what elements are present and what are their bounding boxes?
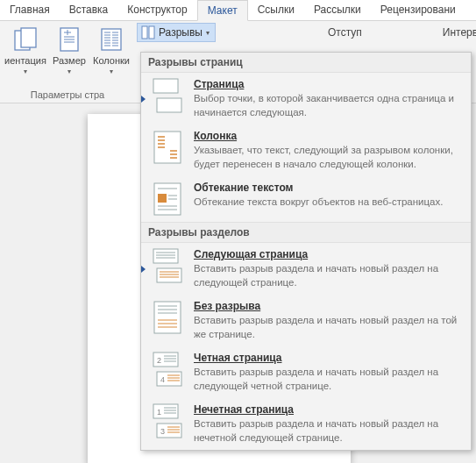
size-button[interactable]: Размер ▾ — [50, 23, 89, 75]
menu-item-column[interactable]: Колонка Указывает, что текст, следующий … — [141, 125, 471, 176]
tab-design[interactable]: Конструктор — [117, 0, 196, 20]
nextpage-break-icon — [150, 248, 185, 283]
ribbon-group-pagesetup: иентация ▾ Размер ▾ Колонки ▾ Параметры … — [0, 21, 135, 103]
oddpage-break-icon: 1 3 — [150, 403, 185, 438]
svg-rect-12 — [157, 268, 181, 282]
dropdown-arrow-icon: ▾ — [110, 68, 113, 75]
dropdown-arrow-icon: ▾ — [24, 68, 27, 75]
column-break-icon — [150, 130, 185, 165]
orientation-icon — [11, 25, 39, 53]
svg-text:4: 4 — [160, 375, 165, 384]
menu-item-desc: Вставить разрыв раздела и начать новый р… — [194, 262, 462, 289]
columns-label: Колонки — [93, 55, 130, 66]
svg-text:3: 3 — [160, 427, 165, 436]
menu-item-desc: Указывает, что текст, следующий за разры… — [194, 144, 462, 171]
menu-item-desc: Обтекание текста вокруг объектов на веб-… — [194, 196, 462, 210]
svg-rect-5 — [149, 26, 154, 39]
svg-rect-10 — [158, 194, 167, 203]
menu-item-page[interactable]: Страница Выбор точки, в которой заканчив… — [141, 73, 471, 125]
menu-item-desc: Вставить разрыв раздела и начать новый р… — [194, 366, 462, 393]
breaks-icon — [141, 25, 155, 39]
tab-insert[interactable]: Вставка — [60, 0, 118, 20]
columns-button[interactable]: Колонки ▾ — [90, 23, 132, 75]
menu-item-nextpage[interactable]: Следующая страница Вставить разрыв разде… — [141, 243, 471, 295]
ribbon-group-label: Параметры стра — [3, 88, 132, 103]
menu-item-title: Следующая страница — [194, 248, 462, 260]
tab-references[interactable]: Ссылки — [248, 0, 304, 20]
tab-mailings[interactable]: Рассылки — [304, 0, 371, 20]
menu-item-continuous[interactable]: Без разрыва Вставить разрыв раздела и на… — [141, 295, 471, 346]
svg-rect-6 — [153, 79, 178, 93]
menu-item-desc: Вставить разрыв раздела и начать новый р… — [194, 314, 462, 341]
breaks-button[interactable]: Разрывы ▾ — [137, 23, 216, 42]
dropdown-section-header: Разрывы страниц — [141, 53, 471, 73]
tab-layout[interactable]: Макет — [197, 0, 248, 21]
svg-text:1: 1 — [157, 408, 161, 417]
breaks-label: Разрывы — [159, 26, 202, 39]
menu-item-title: Обтекание текстом — [194, 182, 462, 194]
ribbon-tabs: Главная Вставка Конструктор Макет Ссылки… — [0, 0, 476, 21]
svg-rect-7 — [157, 98, 181, 112]
tab-home[interactable]: Главная — [0, 0, 60, 20]
current-marker-icon — [141, 266, 146, 273]
size-label: Размер — [53, 55, 86, 66]
menu-item-textwrap[interactable]: Обтекание текстом Обтекание текста вокру… — [141, 176, 471, 222]
textwrap-break-icon — [150, 182, 185, 217]
svg-rect-1 — [21, 28, 36, 47]
page-break-icon — [150, 78, 185, 113]
orientation-label: иентация — [4, 55, 46, 66]
columns-icon — [97, 25, 125, 53]
indent-label: Отступ — [328, 26, 362, 39]
menu-item-title: Нечетная страница — [194, 403, 462, 416]
svg-rect-11 — [153, 249, 178, 263]
orientation-button[interactable]: иентация ▾ — [3, 23, 48, 75]
spacing-label: Интервал — [443, 26, 476, 39]
evenpage-break-icon: 2 4 — [150, 352, 185, 387]
menu-item-oddpage[interactable]: 1 3 Нечетная страница Вставить разрыв ра… — [141, 398, 471, 450]
breaks-dropdown: Разрывы страниц Страница Выбор точки, в … — [140, 52, 472, 451]
dropdown-section-header: Разрывы разделов — [141, 222, 471, 243]
menu-item-title: Колонка — [194, 130, 462, 142]
menu-item-title: Страница — [194, 78, 462, 90]
tab-review[interactable]: Рецензировани — [371, 0, 465, 20]
svg-text:2: 2 — [157, 356, 161, 365]
menu-item-desc: Вставить разрыв раздела и начать новый р… — [194, 417, 462, 445]
continuous-break-icon — [150, 300, 185, 335]
menu-item-desc: Выбор точки, в которой заканчивается одн… — [194, 92, 462, 119]
dropdown-arrow-icon: ▾ — [67, 68, 71, 75]
size-icon — [55, 25, 83, 53]
current-marker-icon — [141, 96, 146, 103]
svg-rect-4 — [142, 26, 147, 39]
menu-item-title: Без разрыва — [194, 300, 462, 312]
menu-item-title: Четная страница — [194, 352, 462, 364]
menu-item-evenpage[interactable]: 2 4 Четная страница Вставить разрыв разд… — [141, 346, 471, 398]
dropdown-arrow-icon: ▾ — [206, 29, 210, 37]
